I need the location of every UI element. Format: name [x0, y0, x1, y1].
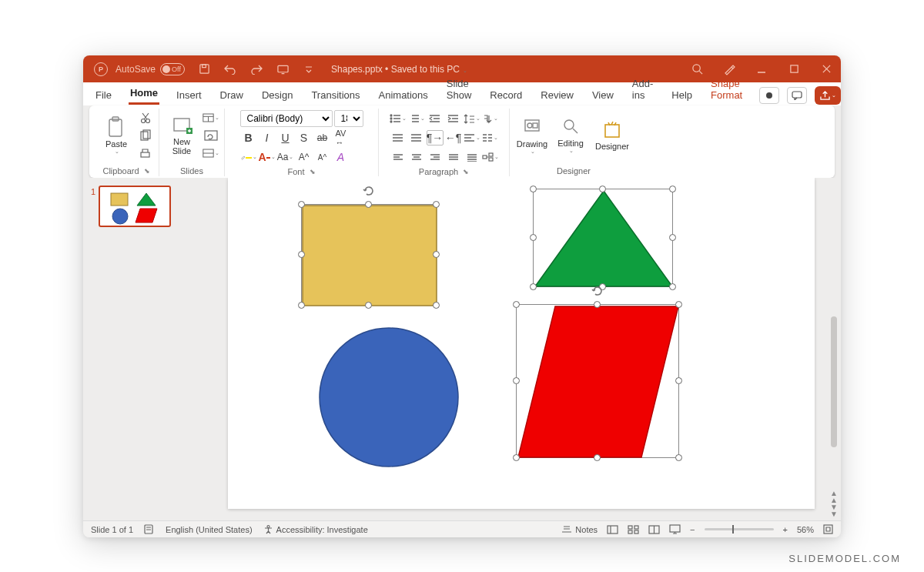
tab-shape-format[interactable]: Shape Format — [709, 73, 744, 105]
resize-handle[interactable] — [513, 301, 520, 308]
cut-button[interactable] — [137, 110, 154, 125]
toggle-switch[interactable]: Off — [160, 63, 185, 75]
comments-mode-button[interactable] — [787, 87, 807, 104]
tab-transitions[interactable]: Transitions — [310, 85, 361, 105]
underline-button[interactable]: U — [277, 130, 294, 146]
shape-circle[interactable] — [317, 326, 460, 469]
shape-triangle[interactable] — [534, 189, 674, 288]
tab-record[interactable]: Record — [488, 85, 524, 105]
resize-handle[interactable] — [594, 301, 601, 308]
reset-button[interactable] — [203, 128, 219, 142]
tab-slide-show[interactable]: Slide Show — [445, 73, 474, 105]
resize-handle[interactable] — [669, 234, 676, 241]
columns-button[interactable]: ⌄ — [482, 130, 499, 146]
share-button[interactable]: ⌄ — [815, 86, 841, 105]
justify-button[interactable] — [445, 149, 462, 165]
resize-handle[interactable] — [675, 454, 682, 461]
resize-handle[interactable] — [365, 302, 372, 309]
slide-editor[interactable] — [183, 178, 829, 520]
resize-handle[interactable] — [513, 377, 520, 384]
resize-handle[interactable] — [433, 201, 440, 208]
resize-handle[interactable] — [669, 283, 676, 290]
smartart-button[interactable]: ⌄ — [482, 149, 499, 165]
resize-handle[interactable] — [530, 283, 537, 290]
slide-counter[interactable]: Slide 1 of 1 — [91, 525, 133, 534]
scroll-arrows[interactable]: ▲▲▼▼ — [830, 490, 838, 517]
slide-thumbnail-1[interactable] — [99, 186, 171, 227]
thumbnail-pane[interactable]: 1 — [83, 178, 183, 520]
change-case-button[interactable]: Aa⌄ — [277, 149, 294, 165]
resize-handle[interactable] — [530, 234, 537, 241]
rtl-button[interactable] — [408, 130, 425, 146]
layout-button[interactable]: ⌄ — [203, 110, 219, 125]
close-button[interactable] — [818, 61, 835, 78]
format-painter-button[interactable] — [137, 146, 154, 161]
language-status[interactable]: English (United States) — [166, 525, 253, 534]
selection-triangle[interactable] — [533, 189, 673, 287]
section-button[interactable]: ⌄ — [203, 146, 219, 161]
notes-button[interactable]: Notes — [561, 525, 598, 534]
shape-parallelogram[interactable] — [517, 305, 680, 459]
tab-insert[interactable]: Insert — [175, 85, 203, 105]
minimize-button[interactable] — [753, 61, 770, 78]
resize-handle[interactable] — [594, 454, 601, 461]
normal-view-button[interactable] — [607, 525, 618, 534]
shadow-button[interactable]: S — [296, 130, 313, 146]
undo-button[interactable] — [222, 61, 239, 78]
zoom-out-button[interactable]: − — [690, 525, 695, 534]
record-mode-button[interactable] — [759, 87, 779, 104]
clear-format-button[interactable]: A — [333, 149, 350, 165]
selection-rectangle[interactable] — [301, 204, 437, 306]
clipboard-dialog-launcher[interactable]: ⬊ — [144, 167, 150, 175]
present-button[interactable] — [274, 61, 291, 78]
selection-parallelogram[interactable] — [516, 304, 679, 458]
resize-handle[interactable] — [669, 186, 676, 192]
resize-handle[interactable] — [433, 302, 440, 309]
tab-add-ins[interactable]: Add-ins — [631, 73, 654, 105]
autosave-toggle[interactable]: AutoSave Off — [116, 63, 185, 75]
paragraph-dialog-launcher[interactable]: ⬊ — [463, 168, 469, 176]
fit-window-button[interactable] — [823, 524, 833, 534]
italic-button[interactable]: I — [259, 130, 276, 146]
font-color-button[interactable]: A⌄ — [259, 149, 276, 165]
resize-handle[interactable] — [675, 301, 682, 308]
resize-handle[interactable] — [513, 454, 520, 461]
resize-handle[interactable] — [298, 251, 305, 258]
slideshow-view-button[interactable] — [669, 524, 681, 534]
tab-help[interactable]: Help — [670, 85, 694, 105]
save-button[interactable] — [196, 61, 213, 78]
tab-file[interactable]: File — [94, 85, 113, 105]
tab-home[interactable]: Home — [129, 82, 159, 105]
spell-check-icon[interactable] — [144, 524, 155, 534]
strikethrough-button[interactable]: ab — [314, 130, 331, 146]
resize-handle[interactable] — [530, 186, 537, 192]
tab-design[interactable]: Design — [260, 85, 294, 105]
qat-customize[interactable] — [300, 61, 317, 78]
bullets-button[interactable]: ⌄ — [390, 111, 407, 126]
indent-inc-button[interactable] — [445, 111, 462, 126]
resize-handle[interactable] — [433, 251, 440, 258]
editing-button[interactable]: Editing⌄ — [553, 110, 588, 161]
slide-canvas[interactable] — [228, 178, 815, 509]
para-rtl-button[interactable]: ←¶ — [445, 130, 462, 146]
sorter-view-button[interactable] — [628, 525, 639, 534]
distribute-button[interactable] — [464, 149, 480, 165]
tab-view[interactable]: View — [591, 85, 615, 105]
grow-font-button[interactable]: A^ — [296, 149, 313, 165]
tab-review[interactable]: Review — [539, 85, 575, 105]
resize-handle[interactable] — [298, 302, 305, 309]
resize-handle[interactable] — [675, 377, 682, 384]
copy-button[interactable] — [137, 128, 154, 142]
maximize-button[interactable] — [785, 61, 802, 78]
designer-button[interactable]: Designer — [591, 110, 633, 161]
zoom-slider[interactable] — [705, 528, 774, 530]
resize-handle[interactable] — [365, 201, 372, 208]
reading-view-button[interactable] — [648, 525, 660, 534]
resize-handle[interactable] — [599, 186, 606, 192]
paste-button[interactable]: Paste⌄ — [99, 110, 134, 161]
new-slide-button[interactable]: New Slide — [164, 110, 199, 161]
char-spacing-button[interactable]: AV↔ — [333, 130, 350, 146]
font-dialog-launcher[interactable]: ⬊ — [310, 168, 316, 176]
shrink-font-button[interactable]: A^ — [314, 149, 331, 165]
tab-draw[interactable]: Draw — [219, 85, 245, 105]
